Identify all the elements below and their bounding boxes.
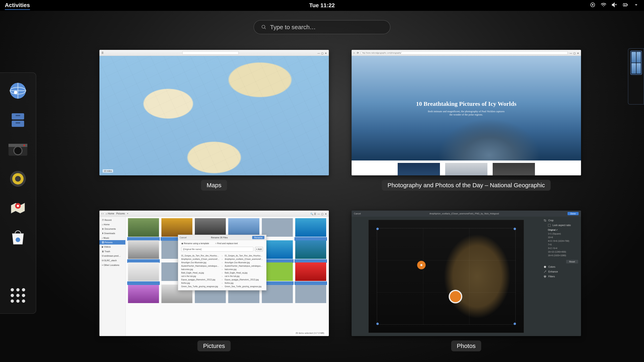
workspace-thumbnail-1[interactable]: [630, 51, 642, 75]
window-title-files: Pictures: [198, 341, 230, 351]
rename-dialog-title: Rename 26 Files: [211, 236, 228, 239]
sidebar-item-home[interactable]: ⌂ Home: [100, 222, 126, 227]
panel-filters[interactable]: Filters: [544, 275, 578, 278]
window-controls: 🔍 ☰—▢✕: [310, 213, 327, 215]
hero-subtitle: Both intimate and magnificent, the photo…: [426, 110, 506, 116]
rename-cancel-button[interactable]: Cancel: [180, 236, 186, 239]
svg-rect-8: [12, 121, 24, 127]
chevron-down-icon: [633, 2, 639, 9]
photos-canvas[interactable]: [369, 220, 524, 333]
panel-colors[interactable]: Colors: [544, 266, 578, 268]
workspace-switcher[interactable]: [628, 48, 644, 105]
search-icon: [261, 24, 266, 30]
status-area[interactable]: [590, 2, 639, 9]
crop-icon: [544, 219, 546, 222]
svg-point-6: [14, 91, 17, 94]
dash-item-web[interactable]: [6, 78, 30, 104]
ratio-4x3[interactable]: 4×3 / 8×6 (1024×768): [548, 240, 578, 242]
panel-enhance[interactable]: Enhance: [544, 270, 578, 273]
dash-item-files[interactable]: [6, 107, 30, 133]
radio-replace[interactable]: ○ Find and replace text: [215, 242, 238, 245]
svg-point-13: [14, 147, 22, 155]
photos-right-panel: Crop Lock aspect ratio Original ✓ 1×1 (S…: [541, 217, 581, 336]
sidebar-item-downloads[interactable]: ⬇ Downloads: [100, 231, 126, 236]
radio-template[interactable]: ◉ Rename using a template: [181, 242, 209, 245]
globe-icon: [8, 81, 28, 101]
window-title-photos: Photos: [451, 341, 481, 351]
files-headerbar: ‹ › ⌂ Home Pictures + 🔍 ☰—▢✕: [100, 211, 329, 217]
sidebar-item-trash[interactable]: 🗑 Trash: [100, 249, 126, 254]
photos-headerbar: Cancel Amphiprion_ocellaris_(Clown_anemo…: [352, 211, 581, 217]
sidebar-item-slrc[interactable]: ⛁ SLRC_etech: [100, 258, 126, 263]
ratio-3x2[interactable]: 3×2 / 6×4: [548, 247, 578, 249]
settings-gear-icon: [590, 2, 596, 9]
sidebar-item-music[interactable]: ♪ Music: [100, 236, 126, 240]
dash-item-software[interactable]: [6, 224, 30, 251]
map-marker-icon: [8, 198, 28, 218]
ratio-16x9[interactable]: 16×9 (1920×1080): [548, 254, 578, 257]
window-photos[interactable]: Cancel Amphiprion_ocellaris_(Clown_anemo…: [349, 211, 584, 354]
svg-rect-3: [627, 4, 628, 5]
window-files[interactable]: ‹ › ⌂ Home Pictures + 🔍 ☰—▢✕ ⏱ Recent ⌂ …: [96, 211, 332, 354]
speaker-icon: [8, 169, 28, 189]
window-controls: —▢✕: [318, 52, 327, 54]
ratio-original[interactable]: Original ✓: [548, 229, 578, 231]
crop-handle-tr[interactable]: [514, 228, 516, 230]
ratio-10x8[interactable]: 10×8: [548, 236, 578, 239]
dash-item-camera[interactable]: [6, 136, 30, 162]
crop-handle-bl[interactable]: [376, 323, 379, 325]
rename-dialog: Cancel Rename 26 Files Rename ◉ Rename u…: [178, 235, 266, 290]
forward-icon: ›: [354, 51, 355, 54]
window-maps[interactable]: ☰ —▢✕ 10 miles Maps: [96, 50, 332, 193]
overview-grid: ☰ —▢✕ 10 miles Maps ‹ › ⟳ http://www.nat…: [96, 50, 584, 354]
clock[interactable]: Tue 11:22: [309, 2, 335, 9]
dash-item-music[interactable]: [6, 166, 30, 192]
window-thumbnail-maps[interactable]: ☰ —▢✕ 10 miles: [100, 50, 329, 175]
photos-file-title: Amphiprion_ocellaris_(Clown_anemoneFish)…: [430, 212, 499, 215]
show-applications-button[interactable]: [6, 282, 30, 309]
map-canvas: 10 miles: [100, 56, 329, 175]
sidebar-item-documents[interactable]: 🗎 Documents: [100, 227, 126, 231]
crop-handle-tl[interactable]: [376, 228, 379, 230]
svg-rect-7: [12, 113, 24, 119]
shopping-bag-icon: [8, 227, 28, 248]
window-title-maps: Maps: [201, 180, 227, 191]
sidebar-item-remote[interactable]: ⛁ andreasn.pred…: [100, 254, 126, 258]
sidebar-item-videos[interactable]: ▶ Videos: [100, 245, 126, 249]
volume-muted-icon: [612, 2, 618, 9]
rename-preview-list: 01_Gorges_du_Tarn_Roc_des_Hourtous.j…→01…: [178, 253, 266, 290]
sidebar-item-other[interactable]: + Other Locations: [100, 263, 126, 267]
rename-confirm-button[interactable]: Rename: [252, 236, 265, 239]
files-sidebar: ⏱ Recent ⌂ Home 🗎 Documents ⬇ Downloads …: [100, 217, 126, 336]
activities-button[interactable]: Activities: [5, 2, 30, 10]
svg-rect-9: [16, 115, 20, 116]
rename-add-button[interactable]: + Add: [255, 247, 263, 252]
ratio-1x1[interactable]: 1×1 (Square): [548, 233, 578, 235]
window-thumbnail-photos[interactable]: Cancel Amphiprion_ocellaris_(Clown_anemo…: [352, 211, 581, 336]
sidebar-item-recent[interactable]: ⏱ Recent: [100, 218, 126, 222]
url-bar: http://www.nationalgeographic.com/photog…: [361, 51, 568, 54]
crop-handle-br[interactable]: [514, 323, 516, 325]
photos-cancel-button[interactable]: Cancel: [354, 212, 361, 215]
window-browser[interactable]: ‹ › ⟳ http://www.nationalgeographic.com/…: [349, 50, 584, 193]
rename-template-input[interactable]: [Original file name]: [181, 247, 253, 252]
svg-point-1: [592, 4, 594, 6]
maps-search-field: [182, 51, 239, 54]
browser-toolbar: ‹ › ⟳ http://www.nationalgeographic.com/…: [352, 50, 581, 56]
panel-lock-aspect[interactable]: Lock aspect ratio: [544, 224, 578, 227]
search-input[interactable]: Type to search…: [254, 20, 390, 34]
panel-reset-button[interactable]: Reset: [566, 260, 578, 264]
panel-crop[interactable]: Crop: [544, 219, 578, 222]
reload-icon: ⟳: [357, 51, 359, 54]
window-thumbnail-files[interactable]: ‹ › ⌂ Home Pictures + 🔍 ☰—▢✕ ⏱ Recent ⌂ …: [100, 211, 329, 336]
ratio-7x5[interactable]: 7×5: [548, 243, 578, 246]
window-thumbnail-browser[interactable]: ‹ › ⟳ http://www.nationalgeographic.com/…: [352, 50, 581, 175]
ratio-16x10[interactable]: 16×10 (1280×800): [548, 251, 578, 253]
window-title-browser: Photography and Photos of the Day – Nati…: [382, 180, 550, 191]
dash-item-maps[interactable]: [6, 195, 30, 221]
photos-done-button[interactable]: Done: [568, 212, 578, 215]
search-container: Type to search…: [254, 20, 390, 34]
checkbox-icon: [548, 224, 550, 227]
sidebar-item-pictures[interactable]: 🖼 Pictures: [100, 240, 126, 245]
svg-point-19: [17, 205, 19, 207]
